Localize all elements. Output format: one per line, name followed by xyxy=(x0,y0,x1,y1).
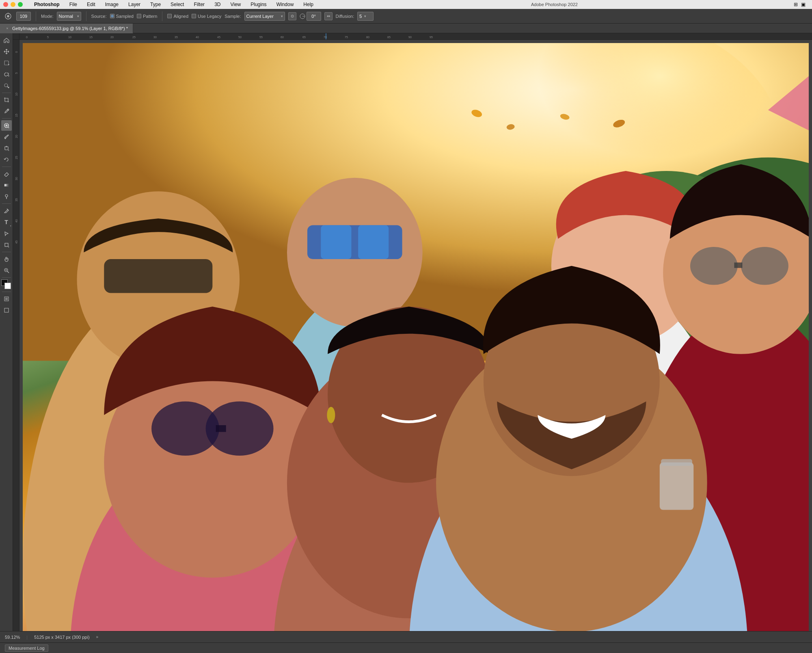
menu-plugins[interactable]: Plugins xyxy=(249,1,268,8)
bottom-panel: Measurement Log xyxy=(0,642,812,653)
svg-text:25: 25 xyxy=(132,36,136,39)
shape-tool[interactable]: ▾ xyxy=(1,240,12,250)
diffusion-dropdown[interactable]: 5 xyxy=(357,12,374,21)
menu-filter[interactable]: Filter xyxy=(192,1,206,8)
menu-file[interactable]: File xyxy=(68,1,79,8)
ruler-h-svg: 0 5 10 15 20 25 30 35 40 45 50 55 60 65 … xyxy=(19,33,812,39)
menu-layer[interactable]: Layer xyxy=(127,1,142,8)
svg-text:15: 15 xyxy=(15,114,18,117)
svg-text:20: 20 xyxy=(110,36,114,39)
svg-text:30: 30 xyxy=(153,36,157,39)
sampled-radio[interactable] xyxy=(110,14,114,18)
svg-text:5: 5 xyxy=(15,72,18,74)
svg-line-25 xyxy=(7,271,9,273)
home-button[interactable] xyxy=(1,35,12,45)
menu-type[interactable]: Type xyxy=(149,1,162,8)
svg-text:85: 85 xyxy=(387,36,391,39)
mode-dropdown[interactable]: Normal xyxy=(57,12,81,21)
main-layout: ▾ ▾ ▾ xyxy=(0,33,812,631)
marquee-tool[interactable]: ▾ xyxy=(1,58,12,68)
svg-text:55: 55 xyxy=(259,36,263,39)
brush-tool[interactable] xyxy=(1,132,12,142)
app-name[interactable]: Photoshop xyxy=(32,1,61,8)
maximize-window-button[interactable] xyxy=(18,2,23,7)
lasso-tool[interactable]: ▾ xyxy=(1,69,12,80)
svg-text:35: 35 xyxy=(175,36,178,39)
svg-rect-80 xyxy=(358,225,389,259)
gradient-tool[interactable] xyxy=(1,180,12,190)
svg-rect-87 xyxy=(734,262,742,268)
diffusion-label: Diffusion: xyxy=(336,14,354,19)
traffic-lights xyxy=(3,2,23,7)
background-color[interactable] xyxy=(4,283,11,289)
close-window-button[interactable] xyxy=(3,2,8,7)
use-legacy-option[interactable]: Use Legacy xyxy=(192,14,221,19)
tab-filename: GettyImages-605559133.jpg @ 59.1% (Layer… xyxy=(12,26,128,31)
clone-source-icon[interactable]: ⊙ xyxy=(288,12,296,20)
clone-stamp-tool[interactable]: ▾ xyxy=(1,143,12,154)
history-brush-tool[interactable] xyxy=(1,154,12,165)
separator6 xyxy=(2,277,11,278)
pattern-radio[interactable] xyxy=(137,14,141,18)
window-title: Adobe Photoshop 2022 xyxy=(322,2,787,7)
svg-point-86 xyxy=(741,247,788,285)
aligned-option[interactable]: Aligned xyxy=(167,14,188,19)
svg-text:▾: ▾ xyxy=(8,63,9,66)
expand-arrow[interactable]: » xyxy=(96,635,99,639)
menu-3d[interactable]: 3D xyxy=(213,1,222,8)
pen-tool[interactable] xyxy=(1,205,12,216)
angle-input[interactable]: 0° xyxy=(307,12,321,21)
path-select-tool[interactable] xyxy=(1,228,12,239)
measurement-log-button[interactable]: Measurement Log xyxy=(5,644,48,652)
crop-tool[interactable] xyxy=(1,95,12,105)
canvas-image-container[interactable] xyxy=(19,40,812,631)
healing-brush-tool[interactable]: ▾ xyxy=(1,120,12,131)
svg-text:0: 0 xyxy=(15,51,18,53)
svg-text:90: 90 xyxy=(408,36,412,39)
aligned-checkbox[interactable] xyxy=(167,14,172,18)
svg-text:25: 25 xyxy=(15,156,18,159)
flip-icon[interactable]: ⇔ xyxy=(324,12,333,20)
tab-close-button[interactable]: × xyxy=(5,26,10,31)
svg-text:▾: ▾ xyxy=(8,86,9,89)
zoom-tool[interactable] xyxy=(1,265,12,276)
eraser-tool[interactable] xyxy=(1,169,12,179)
separator3 xyxy=(2,166,11,167)
quick-mask-button[interactable] xyxy=(1,294,12,304)
type-tool[interactable]: T ▾ xyxy=(1,217,12,227)
svg-text:15: 15 xyxy=(89,36,93,39)
canvas-image[interactable] xyxy=(23,43,809,631)
eyedropper-tool[interactable] xyxy=(1,106,12,117)
sample-dropdown[interactable]: Current Layer xyxy=(244,12,285,21)
menu-bar-right: ⊞ ▣ xyxy=(794,2,809,7)
foreground-background-colors[interactable] xyxy=(1,279,12,290)
menu-edit[interactable]: Edit xyxy=(85,1,97,8)
sampled-option[interactable]: Sampled xyxy=(110,14,134,19)
svg-text:▾: ▾ xyxy=(8,246,9,248)
svg-text:10: 10 xyxy=(68,36,71,39)
separator-3 xyxy=(162,11,162,21)
menu-view[interactable]: View xyxy=(229,1,242,8)
dodge-tool[interactable] xyxy=(1,191,12,202)
hand-tool[interactable] xyxy=(1,254,12,264)
pattern-option[interactable]: Pattern xyxy=(137,14,157,19)
menu-window[interactable]: Window xyxy=(275,1,296,8)
menu-help[interactable]: Help xyxy=(302,1,315,8)
minimize-window-button[interactable] xyxy=(11,2,15,7)
active-tool-icon xyxy=(3,11,13,21)
document-tab[interactable]: × GettyImages-605559133.jpg @ 59.1% (Lay… xyxy=(0,24,133,33)
sample-label: Sample: xyxy=(225,14,241,19)
svg-text:60: 60 xyxy=(281,36,284,39)
status-bar: 59.12% | 5125 px x 3417 px (300 ppi) » xyxy=(0,631,812,642)
brush-size-input[interactable]: 109 xyxy=(16,12,31,21)
quick-select-tool[interactable]: ▾ xyxy=(1,80,12,91)
move-tool[interactable] xyxy=(1,46,12,57)
screen-mode-button[interactable] xyxy=(1,305,12,316)
svg-text:▾: ▾ xyxy=(8,75,9,77)
svg-rect-31 xyxy=(19,33,812,39)
use-legacy-checkbox[interactable] xyxy=(192,14,196,18)
svg-point-8 xyxy=(4,84,8,87)
menu-select[interactable]: Select xyxy=(169,1,186,8)
menu-image[interactable]: Image xyxy=(104,1,120,8)
svg-text:10: 10 xyxy=(15,93,18,96)
